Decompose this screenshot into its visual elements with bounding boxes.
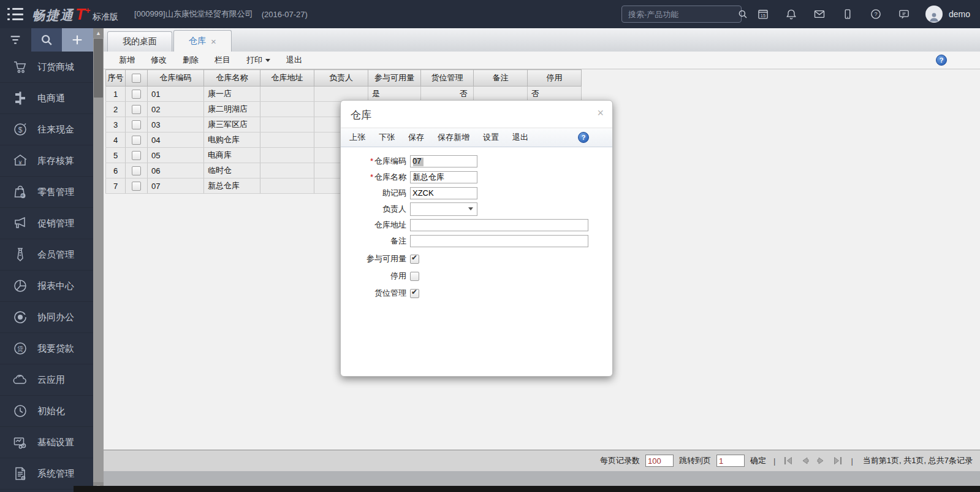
row-checkbox[interactable] [132,105,141,114]
dialog-save-button[interactable]: 保存 [408,132,424,143]
modify-button[interactable]: 修改 [143,55,175,66]
sidebar-add-button[interactable] [62,28,93,52]
columns-button[interactable]: 栏目 [207,55,238,66]
dialog-settings-button[interactable]: 设置 [483,132,499,143]
scroll-up-icon[interactable]: ▲ [93,28,104,38]
mobile-icon[interactable] [841,7,854,21]
row-select-cell[interactable] [126,148,148,163]
sidebar-item-loan[interactable]: 贷我要贷款 [0,333,93,364]
name-input[interactable] [410,171,477,183]
table-cell [260,148,314,163]
table-cell: 临时仓 [204,163,260,179]
row-checkbox[interactable] [132,120,141,129]
sidebar-item-member[interactable]: 会员管理 [0,239,93,271]
column-header: 备注 [474,70,528,86]
row-checkbox[interactable] [132,136,141,145]
sidebar-item-promotion[interactable]: 促销管理 [0,208,93,239]
stop-checkbox[interactable] [410,272,419,281]
row-select-cell[interactable] [126,86,148,102]
dialog-next-record-button[interactable]: 下张 [379,132,395,143]
brand-name: 畅捷通 [32,7,74,24]
dialog-help-icon[interactable]: ? [578,132,589,143]
sidebar-item-initialize[interactable]: 初始化 [0,396,93,427]
row-select-cell[interactable] [126,133,148,148]
sidebar-item-order-mall[interactable]: 订货商城 [0,52,93,83]
toolbar-help-icon[interactable]: ? [936,55,947,66]
toolbar-button-label: 修改 [151,55,167,66]
sidebar-item-retail[interactable]: $零售管理 [0,177,93,208]
avail-checkbox[interactable] [410,255,419,264]
dialog-prev-record-button[interactable]: 上张 [349,132,365,143]
sidebar-item-inventory[interactable]: ¥库存核算 [0,145,93,177]
sidebar-item-basic-settings[interactable]: 基础设置 [0,427,93,458]
search-icon[interactable] [737,9,748,20]
table-cell: 是 [368,86,421,102]
sidebar-scrollbar[interactable]: ▲ ▼ [93,28,104,492]
stop-label: 停用 [341,271,410,282]
next-page-button[interactable] [816,456,827,466]
prev-page-button[interactable] [799,456,810,466]
dialog-exit-button[interactable]: 退出 [512,132,528,143]
row-checkbox[interactable] [132,90,141,99]
goto-page-input[interactable] [716,455,745,467]
help-icon[interactable]: ? [869,7,883,21]
address-input[interactable] [410,219,588,231]
notification-bell-icon[interactable] [784,7,798,21]
tab-my-desktop[interactable]: 我的桌面 [107,31,172,52]
row-select-cell[interactable] [126,117,148,133]
column-header: 货位管理 [421,70,474,86]
sidebar-filter-button[interactable] [0,28,31,52]
feedback-chat-icon[interactable] [897,7,911,21]
sidebar-item-label: 促销管理 [37,218,74,229]
row-select-cell[interactable] [126,163,148,179]
sidebar-item-system[interactable]: 系统管理 [0,458,93,490]
dialog-toolbar: 上张下张保存保存新增设置退出 ? [341,128,612,147]
print-button[interactable]: 打印 [238,55,278,66]
code-input[interactable] [410,155,477,167]
exit-button[interactable]: 退出 [278,55,310,66]
add-button[interactable]: 新增 [111,55,143,66]
dialog-save-and-new-button[interactable]: 保存新增 [438,132,469,143]
sidebar-item-cloud-app[interactable]: 云应用 [0,364,93,396]
table-row[interactable]: 101康一店是否否 [106,86,582,102]
row-select-cell[interactable] [126,179,148,194]
taskbar-edge [74,486,980,492]
scrollbar-thumb[interactable] [94,39,103,98]
sidebar-item-ecommerce[interactable]: 电商通 [0,83,93,114]
calendar-icon[interactable]: 15 [756,7,770,21]
row-checkbox[interactable] [132,166,141,175]
sidebar-item-cash[interactable]: $往来现金 [0,114,93,145]
delete-button[interactable]: 删除 [175,55,207,66]
table-cell: 07 [148,179,204,194]
mail-icon[interactable] [813,7,826,21]
last-page-button[interactable] [832,456,843,466]
manager-select[interactable] [410,202,477,216]
sidebar-item-collaboration[interactable]: 协同办公 [0,302,93,333]
sidebar: 订货商城电商通$往来现金¥库存核算$零售管理促销管理会员管理报表中心协同办公贷我… [0,28,93,492]
sidebar-item-report[interactable]: 报表中心 [0,271,93,302]
user-avatar[interactable] [925,6,943,23]
login-date: (2016-07-27) [262,10,308,19]
first-page-button[interactable] [783,456,794,466]
table-cell: 2 [106,102,126,117]
table-cell: 02 [148,102,204,117]
per-page-input[interactable] [645,455,674,467]
main-menu-icon[interactable] [7,8,23,20]
tab-close-icon[interactable]: × [211,36,216,47]
pagination-status: 当前第1页, 共1页, 总共7条记录 [863,455,973,466]
search-input[interactable] [627,9,737,20]
tab-warehouse[interactable]: 仓库× [173,30,232,52]
select-all-header[interactable] [126,70,148,86]
goto-confirm-button[interactable]: 确定 [750,455,766,466]
row-checkbox[interactable] [132,151,141,160]
note-input[interactable] [410,235,588,247]
dialog-close-icon[interactable]: × [597,107,604,120]
select-all-checkbox[interactable] [132,74,141,83]
sidebar-item-label: 基础设置 [37,437,74,448]
mnemonic-input[interactable] [410,187,477,199]
row-select-cell[interactable] [126,102,148,117]
row-checkbox[interactable] [132,182,141,191]
sidebar-search-button[interactable] [31,28,63,52]
table-cell [260,133,314,148]
location-checkbox[interactable] [410,289,419,298]
